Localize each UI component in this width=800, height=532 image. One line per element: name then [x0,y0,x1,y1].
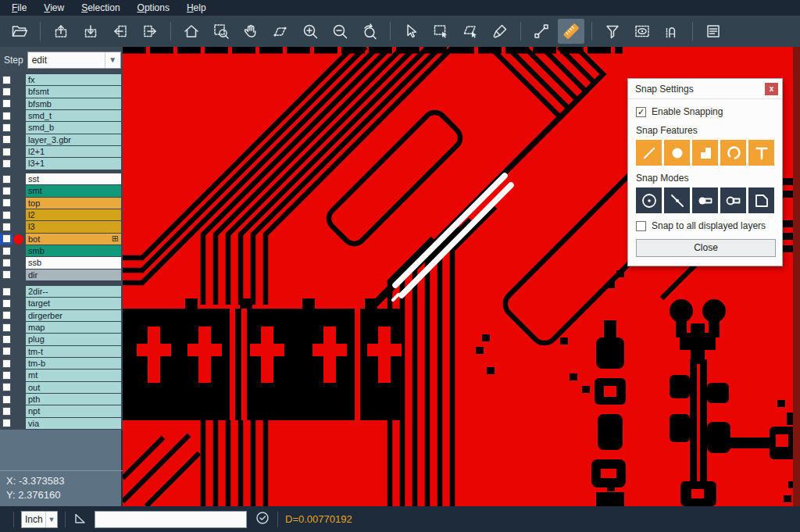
import-right-button[interactable] [137,19,163,44]
layer-visibility-checkbox[interactable] [2,323,11,332]
layer-row-dir[interactable]: dir [0,270,123,280]
layer-visibility-checkbox[interactable] [2,198,11,207]
step-select[interactable]: edit ▼ [27,52,121,69]
layer-visibility-checkbox[interactable] [2,259,11,267]
measure-line-button[interactable] [528,19,555,44]
menu-view[interactable]: View [35,1,73,15]
layer-label[interactable]: bfsmt [26,86,121,97]
layer-row-fx[interactable]: fx [0,74,123,85]
enable-snapping-row[interactable]: ✓ Enable Snapping [636,106,774,117]
layer-row-out[interactable]: out [0,382,123,393]
layer-visibility-checkbox[interactable] [2,299,11,308]
layer-label[interactable]: tm-b [26,358,121,369]
menu-selection[interactable]: Selection [73,1,128,15]
layer-visibility-checkbox[interactable] [2,359,11,368]
layers-panel-button[interactable] [700,19,727,44]
layer-visibility-checkbox[interactable] [2,247,11,255]
layer-visibility-checkbox[interactable] [2,371,11,380]
select-polygon-button[interactable] [457,19,484,44]
all-layers-row[interactable]: Snap to all displayed layers [636,220,774,231]
layer-visibility-checkbox[interactable] [2,175,11,184]
layer-label[interactable]: plug [26,334,121,345]
layer-visibility-checkbox[interactable] [2,87,11,96]
angle-measure-icon[interactable] [73,510,88,529]
select-arrow-button[interactable] [398,19,424,44]
layer-label[interactable]: l3+1 [26,158,121,169]
layer-visibility-checkbox[interactable] [2,383,11,391]
layer-row-plug[interactable]: plug [0,334,123,345]
layer-label[interactable]: out [26,382,121,393]
layer-row-npt[interactable]: npt [0,405,123,416]
layer-label[interactable]: smd_t [26,110,121,121]
layer-visibility-checkbox[interactable] [2,287,11,296]
layer-label[interactable]: dirgerber [26,310,121,321]
import-left-button[interactable] [107,19,134,44]
snap-arc-button[interactable] [720,140,746,166]
layer-row-sst[interactable]: sst [0,173,123,184]
mode-slot-outline-button[interactable] [720,187,746,213]
layer-row-pth[interactable]: pth [0,394,123,405]
layer-row-ssb[interactable]: ssb [0,257,123,268]
import-down-button[interactable] [77,19,104,44]
layer-row-l3[interactable]: l3 [0,221,123,232]
mode-center-button[interactable] [636,187,662,213]
layer-label[interactable]: bot⊞ [26,234,121,245]
layer-visibility-checkbox[interactable] [2,159,11,168]
layer-label[interactable]: bfsmb [26,98,121,109]
zoom-window-button[interactable] [208,19,234,44]
layer-label[interactable]: target [26,298,121,309]
unit-select[interactable]: Inch ▼ [21,511,58,528]
layer-row-smt[interactable]: smt [0,185,123,196]
layer-label[interactable]: map [26,322,121,333]
layer-row-mt[interactable]: mt [0,370,123,380]
snap-line-button[interactable] [636,140,662,166]
open-folder-button[interactable] [6,19,33,44]
layer-row-smb[interactable]: smb [0,245,123,256]
layer-visibility-checkbox[interactable] [2,223,11,231]
layer-label[interactable]: l3 [26,221,121,232]
menu-help[interactable]: Help [178,1,215,15]
layer-visibility-checkbox[interactable] [2,187,11,195]
enable-snapping-checkbox[interactable]: ✓ [636,107,646,117]
layer-visibility-checkbox[interactable] [2,234,11,243]
mode-contour-button[interactable] [748,187,774,213]
dialog-title-bar[interactable]: Snap Settings x [628,79,782,99]
layer-visibility-checkbox[interactable] [2,135,11,144]
layer-label[interactable]: layer_3.gbr [26,134,121,145]
layer-row-smd_b[interactable]: smd_b [0,122,123,133]
layer-visibility-checkbox[interactable] [2,395,11,404]
layer-label[interactable]: npt [26,405,121,416]
layer-row-2dir--[interactable]: 2dir-- [0,286,123,297]
measure-ruler-button[interactable] [558,19,584,44]
menu-options[interactable]: Options [129,1,178,15]
layer-visibility-checkbox[interactable] [2,407,11,416]
select-rectangle-button[interactable] [427,19,454,44]
layer-visibility-checkbox[interactable] [2,148,11,156]
layer-row-smd_t[interactable]: smd_t [0,110,123,121]
zoom-out-button[interactable] [327,19,353,44]
zoom-in-button[interactable] [297,19,323,44]
layer-row-bfsmt[interactable]: bfsmt [0,86,123,97]
layer-visibility-checkbox[interactable] [2,123,11,132]
mode-point-on-line-button[interactable] [664,187,690,213]
layer-label[interactable]: l2+1 [26,146,121,157]
layer-row-top[interactable]: top [0,198,123,209]
layer-row-l2+1[interactable]: l2+1 [0,146,123,157]
zoom-previous-button[interactable] [356,19,383,44]
layer-label[interactable]: sst [26,173,121,184]
layer-label[interactable]: fx [26,74,121,85]
layer-row-l2[interactable]: l2 [0,209,123,220]
layer-row-bot[interactable]: bot⊞ [0,234,123,245]
layer-visibility-checkbox[interactable] [2,311,11,320]
mode-slot-filled-button[interactable] [692,187,718,213]
paint-brush-button[interactable] [487,19,513,44]
layer-row-dirgerber[interactable]: dirgerber [0,310,123,321]
layer-label[interactable]: via [26,418,121,429]
view-options-button[interactable] [629,19,655,44]
layer-label[interactable]: smb [26,245,121,256]
apply-check-icon[interactable] [255,510,270,529]
layer-row-via[interactable]: via [0,418,123,429]
layer-label[interactable]: pth [26,394,121,405]
layer-visibility-checkbox[interactable] [2,112,11,120]
layer-label[interactable]: mt [26,370,121,380]
